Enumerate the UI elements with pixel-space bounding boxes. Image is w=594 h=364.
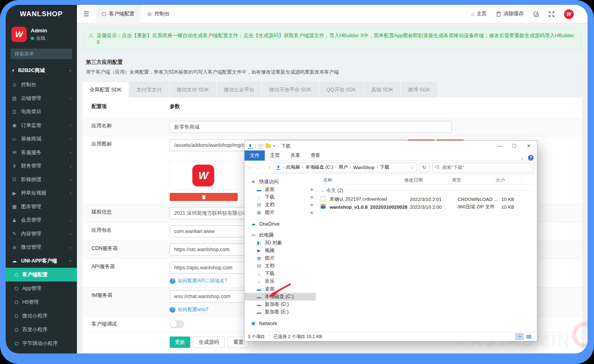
im-server-input[interactable] [170,290,249,303]
address-box[interactable]: ›此电脑 ›本地磁盘 (C:) ›用户 ›WanlShop ›下载 ⌄ [273,163,417,172]
clear-cache-link[interactable]: 清除缓存 [496,11,524,17]
tree-documents-pc[interactable]: ▤文档 [245,262,316,270]
breadcrumb-users[interactable]: 用户 [339,164,348,170]
refresh-icon[interactable]: ↻ [419,163,430,172]
sidebar-item-orders[interactable]: ◉订单监管‹ [6,119,77,133]
breadcrumb-downloads[interactable]: 下载 [380,164,389,170]
sdk-tab-global[interactable]: 全局配置 SDK [83,82,128,97]
ribbon-collapse-icon[interactable]: ⌄ [521,156,524,160]
column-size[interactable]: 大小 [493,177,522,183]
sidebar-subitem-h5-manage[interactable]: H5管理 [6,295,77,309]
sidebar-item-cms[interactable]: ✎内容管理‹ [6,227,77,241]
tree-onedrive[interactable]: ☁OneDrive [245,220,316,228]
sdk-tab-wechat-open[interactable]: 微信开放平台 SDK [262,82,318,97]
breadcrumb-local-disk[interactable]: 本地磁盘 (C:) [305,164,333,170]
explorer-titlebar[interactable]: | ✓ ▾ | 下载 — ☐ ✕ [245,141,537,151]
new-folder-icon[interactable] [266,144,271,148]
generate-source-button[interactable]: 生成源码 [193,336,225,348]
tree-pictures[interactable]: ▦图片✚ [245,209,316,216]
sidebar-subitem-bytedance-mini[interactable]: 字节跳动小程序 [6,336,77,350]
recent-caret-icon[interactable]: ⌄ [263,165,266,169]
sidebar-item-dashboard[interactable]: ⊙控制台 [6,78,77,92]
sidebar-item-members[interactable]: ♟会员管理‹ [6,214,77,227]
sidebar-item-gallery[interactable]: ▦图库管理 [6,200,77,214]
column-name[interactable]: 名称 [321,177,402,183]
sidebar-item-wechat[interactable]: ⊛微信管理‹ [6,241,77,254]
tree-volume-e[interactable]: ▬新加卷 (E:) [245,308,316,316]
package-name-input[interactable] [170,225,251,237]
sidebar-item-categories[interactable]: ☰电商类目 [6,105,77,119]
topbar-avatar[interactable]: W [564,9,574,19]
breadcrumb-this-pc[interactable]: 此电脑 [286,164,300,170]
tree-desktop-pc[interactable]: ▬桌面 [245,285,316,293]
sidebar-section-b2b2c[interactable]: ⚡ B2B2C商城 › [6,63,77,78]
sdk-tab-amap[interactable]: 高德 SDK [364,82,400,97]
caret-down-icon[interactable]: ▾ [273,144,275,148]
sidebar-item-decorate[interactable]: ▭装修商城‹ [6,132,77,146]
sdk-tab-wechat-pay[interactable]: 微信支付 SDK [170,82,216,97]
address-dropdown-icon[interactable]: ⌄ [411,165,414,169]
maximize-button[interactable]: ☐ [507,141,522,151]
hamburger-menu-icon[interactable]: ☰ [77,10,96,18]
help-icon[interactable]: ? [528,155,534,161]
breadcrumb-wanlshop[interactable]: WanlShop [353,165,375,170]
close-button[interactable]: ✕ [522,141,536,151]
debug-toggle[interactable] [170,320,184,328]
thumbnail-view-button[interactable] [525,333,533,340]
tree-pictures-pc[interactable]: ▦图片 [245,254,316,262]
page-history-icon[interactable] [533,11,539,17]
ribbon-tab-view[interactable]: 查看 [305,150,326,161]
sidebar-search-input[interactable] [15,51,77,57]
column-date-modified[interactable]: 修改日期 [402,177,449,183]
user-avatar[interactable]: W [11,27,27,42]
tree-local-disk-c[interactable]: ▬本地磁盘 (C:) [245,293,316,301]
ribbon-tab-home[interactable]: 主页 [265,150,285,161]
tree-network[interactable]: ▣Network [245,320,316,327]
tree-volume-d[interactable]: ▬新加卷 (D:) [245,301,316,308]
tree-documents[interactable]: ▤文档✚ [245,201,316,209]
ribbon-tab-share[interactable]: 共享 [285,150,305,161]
sidebar-item-finance[interactable]: ¥财务管理‹ [6,159,77,173]
sdk-tab-alipay[interactable]: 支付宝支付 [130,82,169,97]
tree-quick-access[interactable]: ★快速访问 [245,178,316,186]
tab-dashboard[interactable]: ⊙控制台 [141,5,176,23]
properties-checkbox-icon[interactable]: ✓ [259,144,263,148]
sidebar-item-uniapp[interactable]: ☁UNI-APP客户端› [6,254,77,268]
details-view-button[interactable] [515,333,524,340]
tree-downloads-pc[interactable]: ↓下载 [245,270,316,277]
update-button[interactable]: 更新 [170,336,190,348]
forward-icon[interactable]: → [255,164,260,170]
tree-this-pc[interactable]: ▭此电脑 [245,231,316,239]
group-header-today[interactable]: ⌄ 今天 (2) [321,186,534,195]
sidebar-subitem-app-manage[interactable]: App管理 [6,281,77,295]
sidebar-subitem-baidu-mini[interactable]: 百度小程序 [6,323,77,336]
tree-downloads[interactable]: ↓下载✚ [245,193,316,201]
tree-videos[interactable]: ▶视频 [245,247,316,254]
tree-music[interactable]: ♪音乐 [245,277,316,285]
app-name-input[interactable] [170,121,452,133]
fullscreen-icon[interactable] [549,11,554,17]
tree-desktop[interactable]: ▬桌面✚ [245,186,316,193]
tab-client-config[interactable]: 客户端配置 [96,5,141,23]
sdk-tab-qq-open[interactable]: QQ开放 SDK [319,82,363,97]
sidebar-item-short-video[interactable]: ▶种草短视频‹ [6,186,77,200]
file-row-crdownload[interactable]: 未确认 252197.crdownload 2022/3/10 2:01 CRD… [321,195,534,203]
sidebar-item-shop-manage[interactable]: ▤店铺管理‹ [6,92,77,106]
sdk-tab-wechat-official[interactable]: 微信公众平台 [217,82,261,97]
back-icon[interactable]: ← [247,164,253,170]
sdk-tab-weibo[interactable]: 微博 SDK [401,82,437,97]
minimize-button[interactable]: — [492,141,507,151]
column-type[interactable]: 类型 [449,177,493,183]
home-link[interactable]: ⌂主页 [471,11,487,17]
sidebar-item-groupbuy[interactable]: ☷阶梯拼团‹ [6,173,77,187]
delete-icon-button[interactable] [170,193,238,201]
explorer-search-input[interactable] [442,165,531,170]
sidebar-subitem-wechat-mini[interactable]: 微信小程序 [6,309,77,323]
cdn-server-input[interactable] [170,243,249,256]
tree-3d-objects[interactable]: ◧3D 对象 [245,239,316,247]
up-icon[interactable]: ↑ [268,164,271,170]
ribbon-tab-file[interactable]: 文件 [245,150,265,161]
api-server-input[interactable] [170,262,249,274]
sidebar-item-service[interactable]: ✉客服服务‹ [6,146,77,160]
sidebar-subitem-client-config[interactable]: 客户端配置 [6,268,77,281]
